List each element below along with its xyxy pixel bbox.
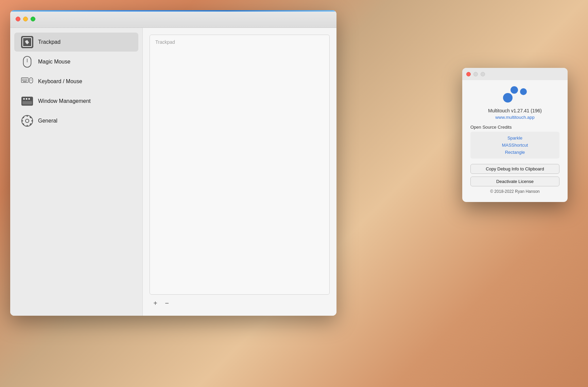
main-content: Trackpad + −: [143, 28, 336, 316]
sidebar-item-magic-mouse[interactable]: Magic Mouse: [14, 52, 138, 71]
add-button[interactable]: +: [151, 299, 160, 308]
svg-rect-8: [23, 80, 24, 81]
about-close-button[interactable]: [466, 72, 471, 76]
about-content: Multitouch v1.27.41 (196) www.multitouch…: [462, 107, 568, 195]
sidebar-item-general[interactable]: General: [14, 111, 138, 130]
keyboard-mouse-icon: [21, 75, 33, 88]
sidebar-item-window-management[interactable]: Window Management: [14, 92, 138, 111]
main-traffic-lights: [16, 17, 35, 21]
deactivate-license-button[interactable]: Deactivate License: [470, 177, 559, 186]
main-maximize-button[interactable]: [31, 17, 35, 21]
credit-rectangle[interactable]: Rectangle: [474, 149, 555, 156]
logo-dot-1: [503, 93, 513, 103]
credit-masshortcut[interactable]: MASShortcut: [474, 142, 555, 149]
main-close-button[interactable]: [16, 17, 20, 21]
svg-point-16: [26, 98, 28, 100]
main-window: Trackpad Magic Mouse: [10, 10, 336, 316]
copyright-text: © 2018-2022 Ryan Hanson: [470, 189, 559, 194]
credits-list: Sparkle MASShortcut Rectangle: [470, 132, 559, 159]
svg-rect-11: [23, 81, 27, 82]
sidebar-window-management-label: Window Management: [38, 98, 91, 104]
svg-rect-10: [26, 80, 27, 81]
logo-dot-3: [520, 88, 527, 95]
svg-rect-18: [22, 101, 32, 104]
sidebar-trackpad-label: Trackpad: [38, 39, 60, 45]
svg-rect-7: [22, 80, 23, 81]
svg-rect-21: [27, 115, 28, 117]
main-minimize-button[interactable]: [23, 17, 28, 21]
general-icon: [21, 115, 33, 127]
bottom-toolbar: + −: [150, 295, 330, 309]
svg-rect-4: [23, 79, 24, 79]
app-version: Multitouch v1.27.41 (196): [470, 108, 559, 113]
sidebar-item-trackpad[interactable]: Trackpad: [14, 33, 138, 52]
window-body: Trackpad Magic Mouse: [10, 28, 336, 316]
sidebar-keyboard-mouse-label: Keyboard / Mouse: [38, 78, 82, 85]
svg-point-20: [25, 119, 29, 123]
svg-rect-5: [25, 79, 25, 79]
remove-button[interactable]: −: [162, 299, 171, 308]
svg-rect-22: [27, 125, 28, 127]
logo-dot-2: [511, 86, 518, 94]
content-title: Trackpad: [155, 39, 175, 45]
svg-rect-23: [21, 121, 23, 122]
svg-rect-3: [22, 79, 23, 79]
copy-debug-button[interactable]: Copy Debug Info to Clipboard: [470, 164, 559, 174]
sidebar-magic-mouse-label: Magic Mouse: [38, 59, 70, 65]
sidebar-item-keyboard-mouse[interactable]: Keyboard / Mouse: [14, 72, 138, 91]
svg-point-17: [28, 98, 30, 100]
about-titlebar: [462, 68, 568, 80]
main-titlebar: [10, 10, 336, 28]
svg-rect-6: [26, 79, 27, 79]
sidebar: Trackpad Magic Mouse: [10, 28, 143, 316]
trackpad-icon: [21, 36, 33, 48]
svg-point-15: [23, 98, 25, 100]
about-logo: [462, 80, 568, 107]
about-minimize-button[interactable]: [473, 72, 478, 76]
magic-mouse-icon: [21, 56, 33, 68]
about-maximize-button[interactable]: [481, 72, 485, 76]
logo-dots-container: [503, 86, 527, 103]
content-box: Trackpad: [150, 35, 330, 295]
about-window: Multitouch v1.27.41 (196) www.multitouch…: [462, 68, 568, 202]
app-url[interactable]: www.multitouch.app: [470, 115, 559, 120]
credit-sparkle[interactable]: Sparkle: [474, 134, 555, 142]
sidebar-general-label: General: [38, 118, 57, 124]
credits-title: Open Source Credits: [470, 125, 559, 130]
window-management-icon: [21, 95, 33, 107]
svg-rect-9: [25, 80, 25, 81]
svg-rect-24: [31, 121, 33, 122]
